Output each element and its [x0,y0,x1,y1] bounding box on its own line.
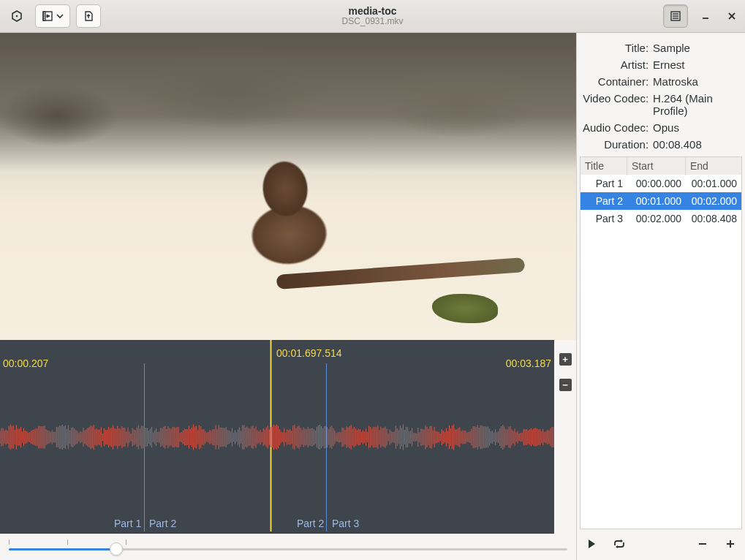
seek-slider[interactable] [0,534,576,560]
hexagon-icon [11,10,23,22]
svg-point-1 [16,15,18,17]
col-start[interactable]: Start [627,157,686,175]
timeline-end-time: 00:03.187 [506,357,551,369]
export-button[interactable] [76,4,101,28]
loop-icon [613,538,626,550]
timeline-part-label: Part 2 [297,518,324,529]
open-media-button[interactable] [35,4,70,28]
timeline-cursor-time: 00:01.697.514 [276,347,342,359]
chevron-down-icon [56,12,64,20]
close-icon [727,11,737,21]
remove-chapter-button[interactable] [694,535,711,553]
play-icon [586,538,597,550]
document-export-icon [83,10,94,22]
chapter-start: 00:00.000 [627,175,686,192]
waveform-timeline[interactable]: 00:00.207 00:01.697.514 00:03.187 Part 1 [0,340,554,534]
chapter-list-header: Title Start End [581,157,741,175]
chapter-title: Part 2 [581,192,627,210]
chapter-start: 00:01.000 [627,192,686,210]
media-info: Title:Sample Artist:Ernest Container:Mat… [577,33,745,156]
chapter-end: 00:08.408 [686,210,741,227]
window-title: media-toc [0,5,745,17]
info-val-container: Matroska [653,75,739,88]
left-column: 00:00.207 00:01.697.514 00:03.187 Part 1 [0,33,576,560]
table-row[interactable]: Part 200:01.00000:02.000 [581,192,741,210]
minimize-button[interactable] [697,4,714,28]
zoom-out-timeline-button[interactable]: − [559,379,572,391]
zoom-in-timeline-button[interactable]: + [559,353,572,366]
app-menu-button[interactable] [4,4,29,28]
plus-icon [725,538,736,550]
timeline-part-label: Part 1 [114,518,141,529]
info-val-duration: 00:08.408 [653,138,739,151]
loop-chapter-button[interactable] [610,535,628,553]
info-key-vcodec: Video Codec: [583,92,648,117]
info-val-vcodec: H.264 (Main Profile) [653,92,739,117]
info-key-container: Container: [583,75,648,88]
chapter-title: Part 1 [581,175,627,192]
minus-icon [697,538,708,550]
seek-thumb[interactable] [110,542,123,556]
info-key-artist: Artist: [583,58,648,71]
col-end[interactable]: End [686,157,741,175]
timeline-part-label: Part 3 [332,518,359,529]
close-button[interactable] [723,4,741,28]
video-viewport[interactable] [0,33,576,340]
headerbar: media-toc DSC_0931.mkv [0,0,745,33]
chapter-title: Part 3 [581,210,627,227]
info-val-artist: Ernest [653,58,739,71]
minimize-icon [700,11,711,21]
chapter-end: 00:01.000 [686,175,741,192]
info-key-acodec: Audio Codec: [583,121,648,134]
timeline-part-label: Part 2 [149,518,176,529]
list-panel-icon [670,10,681,22]
info-val-acodec: Opus [653,121,739,134]
window-subtitle: DSC_0931.mkv [0,17,745,27]
chapter-list[interactable]: Title Start End Part 100:00.00000:01.000… [580,156,742,529]
side-panel: Title:Sample Artist:Ernest Container:Mat… [576,33,745,560]
table-row[interactable]: Part 100:00.00000:01.000 [581,175,741,192]
table-row[interactable]: Part 300:02.00000:08.408 [581,210,741,227]
play-button[interactable] [583,535,600,553]
add-chapter-button[interactable] [722,535,739,553]
chapter-end: 00:02.000 [686,192,741,210]
timeline-start-time: 00:00.207 [3,357,48,369]
audio-waveform [0,415,554,459]
info-val-title: Sample [653,42,739,54]
info-key-duration: Duration: [583,138,648,151]
toggle-side-panel-button[interactable] [663,4,688,28]
chapter-start: 00:02.000 [627,210,686,227]
col-title[interactable]: Title [581,157,627,175]
info-key-title: Title: [583,42,648,54]
film-icon [42,10,53,22]
